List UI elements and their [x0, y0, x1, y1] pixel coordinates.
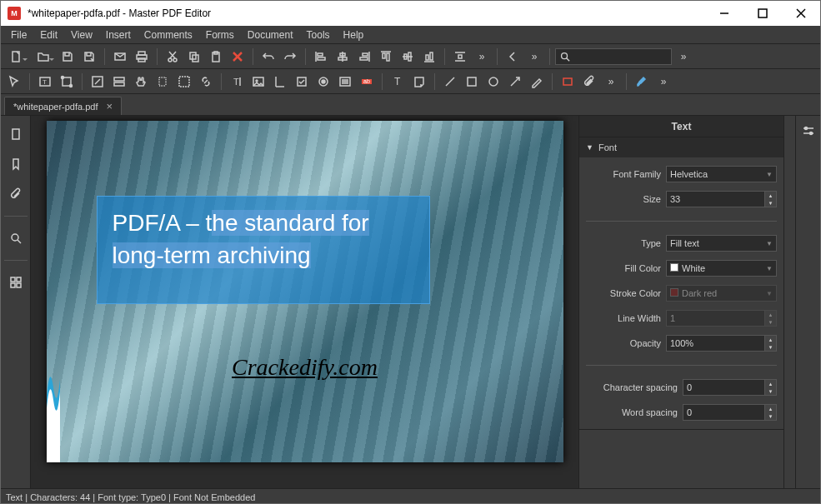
link-icon[interactable] — [196, 72, 216, 92]
svg-rect-34 — [430, 52, 433, 60]
ellipse-tool-icon[interactable] — [483, 72, 503, 92]
align-left-icon[interactable] — [311, 47, 331, 67]
snapshot-icon[interactable] — [174, 72, 194, 92]
text-tool-icon[interactable]: T — [388, 72, 408, 92]
copy-icon[interactable] — [184, 47, 204, 67]
menu-insert[interactable]: Insert — [99, 27, 138, 42]
selected-text-object[interactable]: PDF/A – the standard for long-term archi… — [97, 196, 430, 304]
overflow-nav-icon[interactable]: » — [524, 47, 544, 67]
fill-color-select[interactable]: White ▼ — [666, 260, 777, 277]
overflow-search-icon[interactable]: » — [673, 47, 693, 67]
prev-page-icon[interactable] — [503, 47, 523, 67]
paste-icon[interactable] — [206, 47, 226, 67]
align-bottom-icon[interactable] — [419, 47, 439, 67]
select-text-icon[interactable] — [153, 72, 173, 92]
highlight-icon[interactable]: ab — [357, 72, 377, 92]
spin-up-icon[interactable]: ▲ — [764, 336, 776, 343]
menu-forms[interactable]: Forms — [199, 27, 241, 42]
area-highlight-icon[interactable] — [558, 72, 578, 92]
search-input[interactable] — [574, 52, 668, 62]
menu-document[interactable]: Document — [241, 27, 300, 42]
opacity-input[interactable]: 100% ▲▼ — [666, 335, 777, 352]
menu-edit[interactable]: Edit — [33, 27, 64, 42]
spin-down-icon[interactable]: ▼ — [764, 387, 776, 395]
pencil-tool-icon[interactable] — [527, 72, 547, 92]
vertical-text-icon[interactable] — [270, 72, 290, 92]
menu-comments[interactable]: Comments — [138, 27, 199, 42]
edit-form-icon[interactable] — [88, 72, 108, 92]
thumbnails-panel-icon[interactable] — [4, 271, 28, 294]
delete-icon[interactable] — [228, 47, 248, 67]
hand-icon[interactable] — [131, 72, 151, 92]
panel-scrollbar[interactable] — [783, 116, 795, 488]
pages-panel-icon[interactable] — [4, 122, 28, 146]
size-value: 33 — [670, 194, 680, 204]
overflow-tools-icon[interactable]: » — [601, 72, 621, 92]
minimize-button[interactable] — [705, 1, 743, 26]
form-fields-icon[interactable] — [109, 72, 129, 92]
search-box[interactable] — [555, 48, 672, 65]
spin-down-icon[interactable]: ▼ — [764, 199, 776, 207]
insert-text-icon[interactable]: T — [227, 72, 247, 92]
overflow-icon[interactable]: » — [472, 47, 492, 67]
menu-file[interactable]: File — [4, 27, 33, 42]
word-spacing-input[interactable]: 0 ▲▼ — [683, 404, 777, 421]
attachment-icon[interactable] — [579, 72, 599, 92]
undo-icon[interactable] — [258, 47, 278, 67]
svg-point-38 — [562, 52, 568, 58]
close-button[interactable] — [782, 1, 820, 26]
sticky-note-icon[interactable] — [409, 72, 429, 92]
type-label: Type — [586, 238, 661, 248]
new-document-icon[interactable] — [4, 47, 29, 67]
rectangle-tool-icon[interactable] — [462, 72, 482, 92]
menu-tools[interactable]: Tools — [300, 27, 337, 42]
spin-up-icon[interactable]: ▲ — [764, 380, 776, 387]
align-middle-icon[interactable] — [398, 47, 418, 67]
char-spacing-input[interactable]: 0 ▲▼ — [683, 379, 777, 396]
print-icon[interactable] — [132, 47, 152, 67]
menu-help[interactable]: Help — [337, 27, 371, 42]
email-icon[interactable] — [110, 47, 130, 67]
menu-view[interactable]: View — [64, 27, 99, 42]
maximize-button[interactable] — [743, 1, 782, 26]
insert-image-icon[interactable] — [248, 72, 268, 92]
document-tab[interactable]: *whitepaper-pdfa.pdf × — [4, 97, 122, 115]
save-as-icon[interactable] — [79, 47, 99, 67]
radio-field-icon[interactable] — [313, 72, 333, 92]
type-select[interactable]: Fill text ▼ — [666, 235, 777, 252]
statusbar: Text | Characters: 44 | Font type: Type0… — [1, 488, 820, 504]
spin-up-icon[interactable]: ▲ — [764, 405, 776, 412]
font-family-select[interactable]: Helvetica ▼ — [666, 166, 777, 182]
edit-text-icon[interactable]: T — [35, 72, 55, 92]
align-center-h-icon[interactable] — [333, 47, 353, 67]
align-right-icon[interactable] — [354, 47, 374, 67]
align-top-icon[interactable] — [376, 47, 396, 67]
document-canvas[interactable]: PDF/A – the standard for long-term archi… — [31, 116, 578, 488]
overflow-brush-icon[interactable]: » — [653, 72, 673, 92]
char-spacing-label: Character spacing — [586, 382, 678, 392]
search-icon — [559, 50, 571, 63]
line-tool-icon[interactable] — [440, 72, 460, 92]
search-panel-icon[interactable] — [4, 227, 28, 250]
spin-down-icon[interactable]: ▼ — [764, 412, 776, 420]
open-folder-icon[interactable] — [31, 47, 56, 67]
panel-settings-icon[interactable] — [798, 121, 818, 141]
select-arrow-icon[interactable] — [4, 72, 24, 92]
font-section-header[interactable]: ▼ Font — [579, 137, 783, 157]
list-field-icon[interactable] — [335, 72, 355, 92]
brush-icon[interactable] — [632, 72, 652, 92]
size-input[interactable]: 33 ▲▼ — [666, 191, 777, 207]
redo-icon[interactable] — [280, 47, 300, 67]
pdf-page[interactable]: PDF/A – the standard for long-term archi… — [47, 121, 563, 462]
bookmarks-panel-icon[interactable] — [4, 152, 28, 176]
save-icon[interactable] — [58, 47, 78, 67]
spin-down-icon[interactable]: ▼ — [764, 343, 776, 351]
tab-close-icon[interactable]: × — [107, 100, 113, 112]
attachments-panel-icon[interactable] — [4, 182, 28, 206]
cut-icon[interactable] — [163, 47, 183, 67]
edit-object-icon[interactable] — [57, 72, 77, 92]
distribute-icon[interactable] — [450, 47, 470, 67]
spin-up-icon[interactable]: ▲ — [764, 192, 776, 199]
checkbox-field-icon[interactable] — [292, 72, 312, 92]
arrow-tool-icon[interactable] — [505, 72, 525, 92]
